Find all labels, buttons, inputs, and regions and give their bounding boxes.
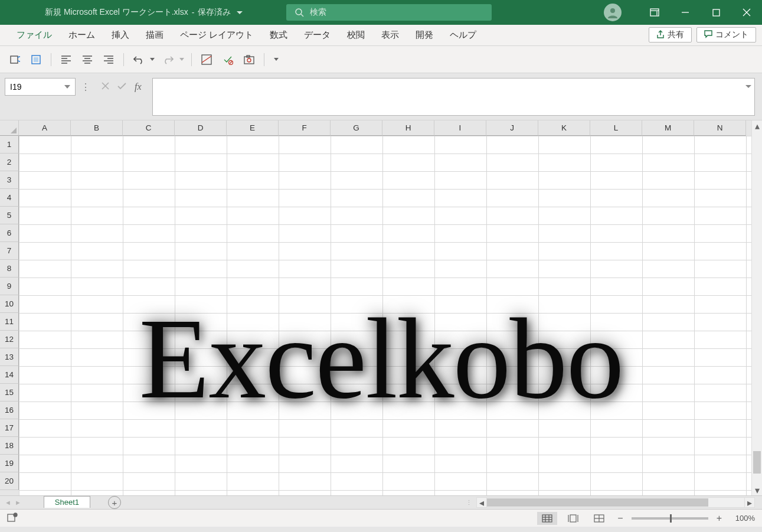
tab-developer[interactable]: 開発	[407, 25, 441, 46]
column-header[interactable]: C	[123, 120, 175, 136]
minimize-button[interactable]	[670, 0, 701, 25]
column-header[interactable]: A	[19, 120, 71, 136]
cancel-icon[interactable]	[102, 81, 109, 92]
comments-button[interactable]: コメント	[696, 27, 756, 43]
column-header[interactable]: J	[486, 120, 538, 136]
qat-redo-button[interactable]	[161, 52, 176, 67]
row-header[interactable]: 15	[0, 384, 19, 402]
qat-gridlines-icon[interactable]	[199, 52, 214, 67]
formula-expand-icon[interactable]	[745, 81, 752, 92]
close-button[interactable]	[731, 0, 762, 25]
qat-align-left-icon[interactable]	[58, 52, 74, 67]
qat-macro-icon[interactable]	[28, 52, 44, 67]
row-header[interactable]: 20	[0, 472, 19, 490]
ribbon-display-button[interactable]	[639, 0, 670, 25]
tab-help[interactable]: ヘルプ	[441, 25, 485, 46]
column-header[interactable]: K	[538, 120, 590, 136]
tab-formulas[interactable]: 数式	[261, 25, 296, 46]
row-header[interactable]: 19	[0, 455, 19, 472]
share-button[interactable]: 共有	[649, 27, 692, 43]
tab-data[interactable]: データ	[296, 25, 339, 46]
chevron-down-icon[interactable]	[64, 85, 70, 89]
row-header[interactable]: 7	[0, 242, 19, 260]
column-header[interactable]: B	[71, 120, 123, 136]
column-header[interactable]: L	[590, 120, 642, 136]
column-header[interactable]: F	[279, 120, 331, 136]
scroll-right-icon[interactable]: ▸	[744, 497, 755, 508]
zoom-value[interactable]: 100%	[730, 514, 755, 523]
enter-icon[interactable]	[117, 81, 126, 92]
row-header[interactable]: 12	[0, 331, 19, 348]
column-header[interactable]: N	[694, 120, 746, 136]
column-header[interactable]: D	[175, 120, 227, 136]
scroll-thumb[interactable]	[753, 451, 761, 474]
add-sheet-button[interactable]: +	[108, 496, 121, 509]
column-header[interactable]: H	[382, 120, 434, 136]
maximize-button[interactable]	[701, 0, 731, 25]
row-header[interactable]: 1	[0, 136, 19, 154]
qat-error-check-icon[interactable]	[220, 52, 236, 67]
tab-page-layout[interactable]: ページ レイアウト	[172, 25, 261, 46]
document-title[interactable]: 新規 Microsoft Excel ワークシート.xlsx - 保存済み	[45, 7, 243, 18]
scroll-grip-icon[interactable]: ⋮	[466, 499, 473, 507]
tab-review[interactable]: 校閲	[339, 25, 373, 46]
tab-view[interactable]: 表示	[373, 25, 407, 46]
chevron-down-icon[interactable]	[150, 58, 155, 61]
qat-align-center-icon[interactable]	[80, 52, 95, 67]
zoom-slider[interactable]	[632, 517, 708, 520]
view-page-break-button[interactable]	[589, 512, 609, 525]
search-box[interactable]: 検索	[286, 4, 492, 21]
select-all-corner[interactable]	[0, 120, 19, 136]
row-header[interactable]: 17	[0, 419, 19, 437]
name-box[interactable]: I19	[5, 78, 76, 96]
account-icon[interactable]	[604, 4, 622, 21]
qat-align-right-icon[interactable]	[101, 52, 116, 67]
column-header[interactable]: I	[434, 120, 486, 136]
row-header[interactable]: 4	[0, 189, 19, 207]
tab-home[interactable]: ホーム	[60, 25, 103, 46]
qat-customize-button[interactable]	[272, 52, 281, 67]
scroll-down-icon[interactable]: ▾	[752, 485, 762, 495]
tab-draw[interactable]: 描画	[138, 25, 172, 46]
row-header[interactable]: 6	[0, 224, 19, 242]
formula-input[interactable]	[152, 78, 755, 116]
chevron-down-icon[interactable]	[237, 11, 243, 14]
cells-area[interactable]	[19, 136, 751, 495]
fx-button[interactable]: fx	[135, 81, 142, 92]
sheet-tab[interactable]: Sheet1	[44, 496, 90, 508]
tab-file[interactable]: ファイル	[8, 25, 60, 46]
column-header[interactable]: E	[227, 120, 279, 136]
row-header[interactable]: 10	[0, 295, 19, 313]
row-header[interactable]: 8	[0, 260, 19, 278]
row-header[interactable]: 16	[0, 402, 19, 419]
name-box-expand-icon[interactable]: ⋮	[80, 78, 91, 96]
sheet-nav-prev-icon[interactable]: ◄	[5, 499, 11, 506]
record-macro-icon[interactable]	[7, 513, 18, 524]
chevron-down-icon[interactable]	[179, 58, 184, 61]
row-header[interactable]: 11	[0, 313, 19, 331]
scroll-thumb[interactable]	[487, 498, 708, 507]
vertical-scrollbar[interactable]: ▴ ▾	[751, 120, 762, 495]
qat-camera-icon[interactable]	[241, 52, 257, 67]
row-header[interactable]: 14	[0, 366, 19, 384]
view-normal-button[interactable]	[537, 512, 557, 525]
column-header[interactable]: M	[642, 120, 694, 136]
scroll-left-icon[interactable]: ◂	[476, 497, 487, 508]
horizontal-scrollbar[interactable]: ⋮ ◂ ▸	[466, 497, 755, 508]
view-page-layout-button[interactable]	[563, 512, 583, 525]
row-header[interactable]: 2	[0, 154, 19, 171]
tab-insert[interactable]: 挿入	[103, 25, 138, 46]
qat-undo-button[interactable]	[131, 52, 146, 67]
row-header[interactable]: 18	[0, 437, 19, 455]
row-header[interactable]: 13	[0, 348, 19, 366]
row-header[interactable]: 5	[0, 207, 19, 224]
scroll-track[interactable]	[487, 497, 744, 508]
row-header[interactable]: 3	[0, 171, 19, 189]
sheet-nav-next-icon[interactable]: ►	[15, 499, 21, 506]
qat-refresh-icon[interactable]	[7, 52, 22, 67]
scroll-up-icon[interactable]: ▴	[752, 120, 762, 131]
column-header[interactable]: G	[331, 120, 382, 136]
zoom-in-button[interactable]: +	[714, 513, 724, 524]
row-header[interactable]: 9	[0, 278, 19, 295]
zoom-out-button[interactable]: −	[615, 513, 625, 524]
